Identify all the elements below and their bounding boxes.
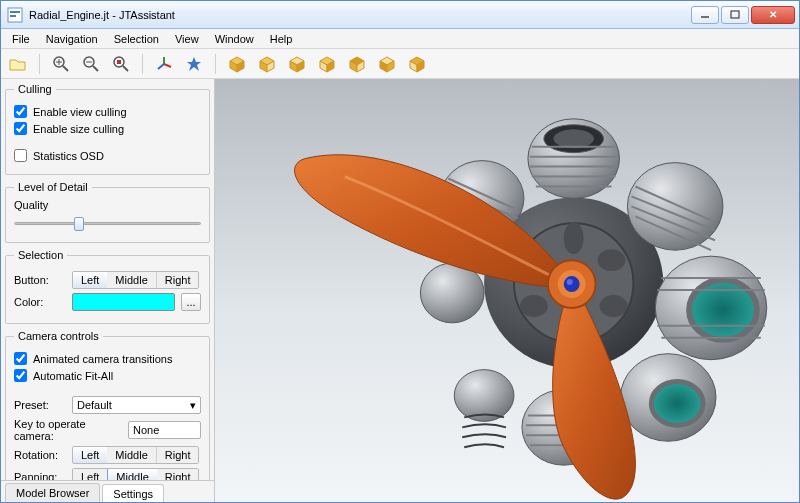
toolbar	[1, 49, 799, 79]
menu-navigation[interactable]: Navigation	[39, 31, 105, 47]
rot-middle[interactable]: Middle	[107, 447, 156, 463]
menu-file[interactable]: File	[5, 31, 37, 47]
preset-dropdown[interactable]: Default▾	[72, 396, 201, 414]
svg-point-78	[598, 249, 626, 271]
menu-view[interactable]: View	[168, 31, 206, 47]
pan-left[interactable]: Left	[73, 469, 108, 480]
window-title: Radial_Engine.jt - JTAssistant	[29, 9, 691, 21]
pan-middle[interactable]: Middle	[107, 468, 157, 480]
svg-rect-4	[731, 11, 739, 18]
quality-label: Quality	[14, 199, 201, 211]
rotation-segmented[interactable]: Left Middle Right	[72, 446, 199, 464]
view-cube-3-icon[interactable]	[286, 53, 308, 75]
rot-right[interactable]: Right	[157, 447, 199, 463]
svg-point-43	[554, 130, 594, 148]
svg-point-86	[567, 279, 573, 285]
culling-group: Culling Enable view culling Enable size …	[5, 83, 210, 175]
star-icon[interactable]	[183, 53, 205, 75]
svg-point-79	[600, 295, 628, 317]
sel-btn-right[interactable]: Right	[157, 272, 199, 288]
panning-segmented[interactable]: Left Middle Right	[72, 468, 199, 480]
zoom-in-icon[interactable]	[50, 53, 72, 75]
model-render	[215, 79, 799, 502]
color-swatch[interactable]	[72, 293, 175, 311]
selection-button-segmented[interactable]: Left Middle Right	[72, 271, 199, 289]
enable-view-culling-checkbox[interactable]: Enable view culling	[14, 105, 201, 118]
svg-line-16	[164, 64, 171, 67]
svg-point-81	[520, 295, 548, 317]
view-cube-6-icon[interactable]	[376, 53, 398, 75]
menu-bar: File Navigation Selection View Window He…	[1, 29, 799, 49]
animated-transitions-input[interactable]	[14, 352, 27, 365]
axes-icon[interactable]	[153, 53, 175, 75]
automatic-fitall-input[interactable]	[14, 369, 27, 382]
rot-left[interactable]: Left	[72, 446, 108, 464]
svg-line-17	[158, 64, 164, 69]
maximize-button[interactable]	[721, 6, 749, 24]
selection-group: Selection Button: Left Middle Right Colo…	[5, 249, 210, 324]
view-cube-4-icon[interactable]	[316, 53, 338, 75]
statistics-osd-input[interactable]	[14, 149, 27, 162]
enable-size-culling-checkbox[interactable]: Enable size culling	[14, 122, 201, 135]
view-cube-2-icon[interactable]	[256, 53, 278, 75]
button-label: Button:	[14, 274, 66, 286]
sidebar: Culling Enable view culling Enable size …	[1, 79, 215, 502]
enable-view-culling-input[interactable]	[14, 105, 27, 118]
color-label: Color:	[14, 296, 66, 308]
automatic-fitall-checkbox[interactable]: Automatic Fit-All	[14, 369, 201, 382]
tab-settings[interactable]: Settings	[102, 484, 164, 503]
sidebar-tabs: Model Browser Settings	[1, 480, 214, 502]
pan-right[interactable]: Right	[157, 469, 199, 480]
svg-line-10	[93, 66, 98, 71]
minimize-button[interactable]	[691, 6, 719, 24]
sel-btn-middle[interactable]: Middle	[107, 272, 156, 288]
svg-line-6	[63, 66, 68, 71]
selection-legend: Selection	[14, 249, 67, 261]
view-cube-1-icon[interactable]	[226, 53, 248, 75]
svg-line-13	[123, 66, 128, 71]
svg-rect-14	[117, 60, 121, 64]
menu-help[interactable]: Help	[263, 31, 300, 47]
panning-label: Panning:	[14, 471, 66, 480]
key-field[interactable]: None	[128, 421, 201, 439]
svg-marker-18	[187, 57, 201, 71]
camera-group: Camera controls Animated camera transiti…	[5, 330, 210, 480]
culling-legend: Culling	[14, 83, 56, 95]
key-label: Key to operate camera:	[14, 418, 122, 442]
zoom-fit-icon[interactable]	[110, 53, 132, 75]
view-cube-7-icon[interactable]	[406, 53, 428, 75]
preset-label: Preset:	[14, 399, 66, 411]
close-button[interactable]: ✕	[751, 6, 795, 24]
tab-model-browser[interactable]: Model Browser	[5, 483, 100, 502]
menu-selection[interactable]: Selection	[107, 31, 166, 47]
enable-size-culling-input[interactable]	[14, 122, 27, 135]
rotation-label: Rotation:	[14, 449, 66, 461]
3d-viewport[interactable]	[215, 79, 799, 502]
chevron-down-icon: ▾	[190, 399, 196, 412]
sel-btn-left[interactable]: Left	[72, 271, 108, 289]
statistics-osd-checkbox[interactable]: Statistics OSD	[14, 149, 201, 162]
svg-rect-2	[10, 15, 16, 17]
quality-slider[interactable]	[14, 214, 201, 234]
app-icon	[7, 7, 23, 23]
title-bar: Radial_Engine.jt - JTAssistant ✕	[1, 1, 799, 29]
view-cube-5-icon[interactable]	[346, 53, 368, 75]
camera-legend: Camera controls	[14, 330, 103, 342]
lod-legend: Level of Detail	[14, 181, 92, 193]
svg-rect-1	[10, 11, 20, 13]
color-picker-button[interactable]: ...	[181, 293, 201, 311]
animated-transitions-checkbox[interactable]: Animated camera transitions	[14, 352, 201, 365]
svg-point-77	[564, 222, 584, 254]
open-file-icon[interactable]	[7, 53, 29, 75]
lod-group: Level of Detail Quality	[5, 181, 210, 243]
zoom-out-icon[interactable]	[80, 53, 102, 75]
menu-window[interactable]: Window	[208, 31, 261, 47]
